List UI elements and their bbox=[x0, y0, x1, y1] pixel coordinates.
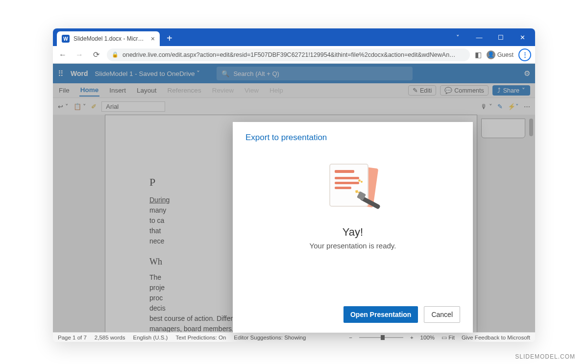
tab-title: SlideModel 1.docx - Microsoft W bbox=[74, 35, 147, 42]
maximize-button[interactable]: ☐ bbox=[491, 30, 511, 44]
profile-button[interactable]: 👤 Guest bbox=[487, 50, 514, 59]
install-app-icon[interactable]: ◧ bbox=[475, 50, 482, 59]
open-presentation-button[interactable]: Open Presentation bbox=[343, 306, 418, 323]
page-indicator[interactable]: Page 1 of 7 bbox=[58, 335, 87, 340]
zoom-level[interactable]: 100% bbox=[420, 335, 435, 340]
browser-window: W SlideModel 1.docx - Microsoft W × + ˅ … bbox=[53, 28, 535, 342]
new-tab-button[interactable]: + bbox=[167, 33, 172, 44]
zoom-slider[interactable] bbox=[359, 337, 403, 338]
language-indicator[interactable]: English (U.S.) bbox=[133, 335, 168, 340]
export-presentation-dialog: Export to presentation Yay! Your present… bbox=[233, 122, 473, 333]
minimize-button[interactable]: ― bbox=[469, 30, 489, 44]
editor-suggestions-status[interactable]: Editor Suggestions: Showing bbox=[234, 335, 306, 340]
chevron-down-icon[interactable]: ˅ bbox=[448, 30, 467, 44]
browser-titlebar: W SlideModel 1.docx - Microsoft W × + ˅ … bbox=[53, 28, 535, 46]
lock-icon: 🔒 bbox=[112, 51, 119, 58]
status-bar: Page 1 of 7 2,585 words English (U.S.) T… bbox=[53, 332, 535, 342]
presentation-ready-illustration bbox=[245, 157, 460, 216]
fit-button[interactable]: ▭ Fit bbox=[441, 334, 455, 341]
word-count[interactable]: 2,585 words bbox=[95, 335, 125, 340]
close-tab-icon[interactable]: × bbox=[151, 35, 155, 43]
back-button[interactable]: ← bbox=[57, 50, 69, 59]
browser-toolbar: ← → ⟳ 🔒 onedrive.live.com/edit.aspx?acti… bbox=[53, 46, 535, 64]
avatar-icon: 👤 bbox=[487, 50, 495, 59]
dialog-title: Export to presentation bbox=[245, 133, 460, 143]
zoom-in-button[interactable]: + bbox=[410, 335, 414, 340]
reload-button[interactable]: ⟳ bbox=[90, 50, 102, 59]
svg-rect-4 bbox=[335, 182, 359, 184]
dialog-subtext: Your presentation is ready. bbox=[245, 242, 460, 250]
watermark: SLIDEMODEL.COM bbox=[515, 353, 575, 360]
svg-point-6 bbox=[361, 181, 363, 183]
address-bar[interactable]: 🔒 onedrive.live.com/edit.aspx?action=edi… bbox=[107, 49, 470, 61]
profile-label: Guest bbox=[497, 51, 514, 58]
cancel-button[interactable]: Cancel bbox=[424, 306, 460, 323]
svg-rect-3 bbox=[335, 177, 359, 179]
zoom-out-button[interactable]: − bbox=[349, 335, 352, 340]
dialog-heading: Yay! bbox=[245, 226, 460, 239]
browser-menu-button[interactable]: ⋮ bbox=[518, 49, 531, 61]
svg-rect-5 bbox=[335, 187, 351, 189]
url-text: onedrive.live.com/edit.aspx?action=edit&… bbox=[122, 51, 456, 58]
text-predictions-status[interactable]: Text Predictions: On bbox=[175, 335, 226, 340]
close-window-button[interactable]: ✕ bbox=[513, 30, 532, 44]
word-icon: W bbox=[62, 35, 70, 43]
browser-tab[interactable]: W SlideModel 1.docx - Microsoft W × bbox=[57, 31, 160, 46]
feedback-link[interactable]: Give Feedback to Microsoft bbox=[462, 335, 530, 340]
forward-button[interactable]: → bbox=[74, 50, 85, 59]
svg-rect-2 bbox=[335, 170, 354, 173]
